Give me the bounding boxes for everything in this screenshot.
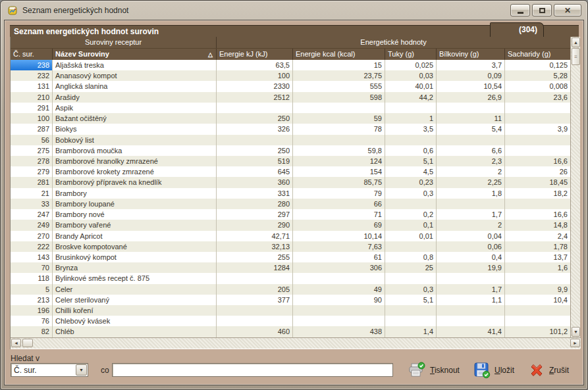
table-cell[interactable]: 0,06 bbox=[437, 241, 505, 252]
table-cell[interactable]: 11 bbox=[437, 113, 505, 124]
table-cell[interactable]: Brambory nové bbox=[53, 209, 217, 220]
minimize-button[interactable] bbox=[510, 4, 530, 16]
table-cell[interactable]: 0,3 bbox=[385, 284, 437, 295]
column-header-sacharidy[interactable]: Sacharidy (g) bbox=[505, 49, 571, 60]
table-cell[interactable] bbox=[505, 103, 571, 113]
table-cell[interactable]: 279 bbox=[11, 166, 53, 177]
table-cell[interactable] bbox=[437, 273, 505, 283]
print-button[interactable]: Tisknout bbox=[408, 359, 460, 381]
table-cell[interactable]: 16,6 bbox=[505, 156, 571, 166]
table-cell[interactable]: Anglická slanina bbox=[53, 81, 217, 91]
table-cell[interactable]: 2512 bbox=[217, 92, 293, 103]
table-cell[interactable]: 1284 bbox=[217, 262, 293, 273]
table-cell[interactable]: 18,45 bbox=[505, 177, 571, 187]
table-cell[interactable]: 7,63 bbox=[293, 241, 385, 252]
table-cell[interactable]: 1,7 bbox=[437, 284, 505, 295]
table-cell[interactable]: 1,6 bbox=[505, 262, 571, 273]
table-cell[interactable]: 5 bbox=[11, 284, 53, 295]
table-cell[interactable]: 2,3 bbox=[437, 156, 505, 166]
table-row[interactable]: 131Anglická slanina233055540,0110,540,00… bbox=[11, 81, 571, 91]
table-cell[interactable]: 26,9 bbox=[437, 92, 505, 103]
table-cell[interactable]: 0,025 bbox=[385, 60, 437, 70]
table-cell[interactable] bbox=[437, 199, 505, 209]
table-row[interactable]: 279Bramborové krokety zmrazené6451544,52… bbox=[11, 166, 571, 177]
table-cell[interactable]: 326 bbox=[217, 124, 293, 134]
table-cell[interactable]: 1,4 bbox=[385, 326, 437, 337]
search-query-input[interactable] bbox=[112, 363, 393, 377]
table-cell[interactable]: Bramborová moučka bbox=[53, 145, 217, 156]
table-cell[interactable]: 69 bbox=[293, 220, 385, 230]
table-cell[interactable]: 40,01 bbox=[385, 81, 437, 91]
table-cell[interactable]: Brambory bbox=[53, 188, 217, 199]
table-cell[interactable]: Brandy Apricot bbox=[53, 231, 217, 241]
table-cell[interactable]: Chlebový kvásek bbox=[53, 316, 217, 326]
table-cell[interactable] bbox=[505, 113, 571, 124]
table-cell[interactable] bbox=[385, 135, 437, 145]
table-cell[interactable]: 59 bbox=[293, 113, 385, 124]
table-row[interactable]: 100Bažant očištěný25059111 bbox=[11, 113, 571, 124]
table-row[interactable]: 210Arašidy251259844,226,923,6 bbox=[11, 92, 571, 103]
scroll-right-icon[interactable]: ► bbox=[570, 339, 580, 347]
table-row[interactable]: 275Bramborová moučka25059,80,66,6 bbox=[11, 145, 571, 156]
table-cell[interactable] bbox=[217, 305, 293, 316]
table-cell[interactable]: 287 bbox=[11, 124, 53, 134]
table-cell[interactable]: 247 bbox=[11, 209, 53, 220]
table-cell[interactable]: Bramborové hranolky zmrazené bbox=[53, 156, 217, 166]
table-cell[interactable] bbox=[217, 316, 293, 326]
table-cell[interactable]: 0,1 bbox=[385, 220, 437, 230]
table-cell[interactable]: 290 bbox=[217, 220, 293, 230]
table-cell[interactable]: 249 bbox=[11, 220, 53, 230]
table-cell[interactable] bbox=[437, 316, 505, 326]
scroll-down-icon[interactable]: ▼ bbox=[572, 327, 580, 337]
table-cell[interactable]: 6,6 bbox=[437, 145, 505, 156]
table-cell[interactable]: 2 bbox=[437, 166, 505, 177]
table-row[interactable]: 76Chlebový kvásek bbox=[11, 316, 571, 326]
table-cell[interactable]: 297 bbox=[217, 209, 293, 220]
table-cell[interactable]: 3,7 bbox=[437, 60, 505, 70]
table-cell[interactable]: 5,1 bbox=[385, 156, 437, 166]
table-cell[interactable]: Brynza bbox=[53, 262, 217, 273]
table-cell[interactable] bbox=[217, 103, 293, 113]
table-cell[interactable]: 0,03 bbox=[385, 70, 437, 81]
table-cell[interactable] bbox=[505, 305, 571, 316]
table-cell[interactable]: 598 bbox=[293, 92, 385, 103]
table-cell[interactable] bbox=[437, 305, 505, 316]
table-cell[interactable]: 61 bbox=[293, 252, 385, 262]
table-cell[interactable]: 3,5 bbox=[385, 124, 437, 134]
table-cell[interactable]: 360 bbox=[217, 177, 293, 187]
table-cell[interactable]: 41,4 bbox=[437, 326, 505, 337]
scroll-up-icon[interactable]: ▲ bbox=[572, 37, 580, 47]
table-cell[interactable]: Biokys bbox=[53, 124, 217, 134]
table-cell[interactable]: 519 bbox=[217, 156, 293, 166]
table-cell[interactable]: 213 bbox=[11, 295, 53, 305]
table-cell[interactable]: 90 bbox=[293, 295, 385, 305]
table-row[interactable]: 278Bramborové hranolky zmrazené5191245,1… bbox=[11, 156, 571, 166]
table-row[interactable]: 82Chléb4604381,441,4101,2 bbox=[11, 326, 571, 337]
table-cell[interactable]: 10,14 bbox=[293, 231, 385, 241]
table-cell[interactable] bbox=[385, 241, 437, 252]
table-row[interactable]: 143Brusinkový kompot255610,80,413,7 bbox=[11, 252, 571, 262]
table-cell[interactable]: 18,2 bbox=[505, 188, 571, 199]
selected-cell[interactable]: 238 bbox=[11, 60, 53, 70]
table-cell[interactable]: 205 bbox=[217, 284, 293, 295]
table-cell[interactable]: 1,1 bbox=[437, 295, 505, 305]
table-cell[interactable]: 124 bbox=[293, 156, 385, 166]
table-cell[interactable] bbox=[385, 199, 437, 209]
table-cell[interactable]: 66 bbox=[293, 199, 385, 209]
table-cell[interactable]: 460 bbox=[217, 326, 293, 337]
table-row[interactable]: 21Brambory331790,31,818,2 bbox=[11, 188, 571, 199]
table-cell[interactable]: 0,04 bbox=[437, 231, 505, 241]
table-cell[interactable]: 56 bbox=[11, 135, 53, 145]
table-cell[interactable]: 0,09 bbox=[437, 70, 505, 81]
table-cell[interactable]: 26 bbox=[505, 166, 571, 177]
table-cell[interactable] bbox=[385, 273, 437, 283]
table-cell[interactable]: 21 bbox=[11, 188, 53, 199]
table-cell[interactable]: 100 bbox=[217, 70, 293, 81]
table-cell[interactable]: 32,13 bbox=[217, 241, 293, 252]
table-cell[interactable]: 222 bbox=[11, 241, 53, 252]
table-row[interactable]: 281Bramborový přípravek na knedlík36085,… bbox=[11, 177, 571, 187]
table-cell[interactable]: 4,5 bbox=[385, 166, 437, 177]
table-cell[interactable]: 10,54 bbox=[437, 81, 505, 91]
table-cell[interactable]: 255 bbox=[217, 252, 293, 262]
table-cell[interactable]: 438 bbox=[293, 326, 385, 337]
